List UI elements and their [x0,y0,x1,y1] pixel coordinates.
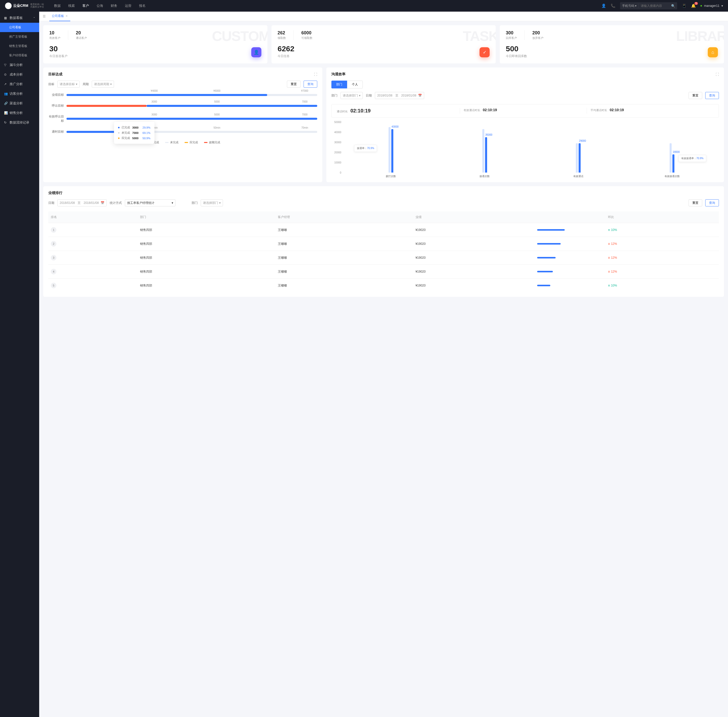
menu-icon: ↗ [4,82,8,86]
sidebar-item[interactable]: 销售主管看板 [0,41,39,51]
stat-icon: ✓ [480,47,489,57]
table-row: 2 销售四部 王嘟嘟 ¥19020 ⬇12% [48,237,719,251]
table-row: 1 销售四部 王嘟嘟 ¥19020 ⬆10% [48,223,719,237]
menu-icon: ↻ [4,121,8,124]
panel-title: 目标达成 [48,72,63,76]
menu-toggle-icon[interactable]: ☰ [43,14,46,18]
top-nav: 数据线索客户公海财务运营报名 [54,3,145,8]
expand-icon[interactable]: ⛶ [314,73,317,76]
logo: ☁ 云朵CRM 教育机构一站 式服务云平台 [5,3,44,9]
sidebar-item[interactable]: 推广主管看板 [0,32,39,41]
date-range[interactable]: 2018/01/08 至 2018/01/08 📅 [57,199,107,206]
query-button[interactable]: 查询 [304,81,317,88]
nav-item[interactable]: 数据 [54,3,61,8]
logo-text: 云朵CRM [13,3,28,8]
chart-tooltip: 已完成300029.9%未完成700069.1%应完成500050.9% [114,122,154,144]
sidebar-item[interactable]: ↗推广分析 [0,79,39,89]
bullet-row: 业绩目标¥4000¥6000¥7000 [48,93,317,97]
chevron-up-icon: ⌃ [33,17,35,20]
seg-person[interactable]: 个人 [347,81,363,88]
search-icon[interactable]: 🔍 [669,4,677,8]
tabs-bar: ☰ 公司看板 ✕ [39,12,728,21]
nav-item[interactable]: 线索 [68,3,75,8]
bullet-row: 有效呼出目标300050007000 [48,114,317,123]
table-row: 5 销售四部 王嘟嘟 ¥19020 ⬆10% [48,279,719,293]
bullet-row: 呼出目标300050007000 [48,104,317,108]
nav-item[interactable]: 运营 [125,3,132,8]
search-input[interactable] [639,4,669,8]
search-group: 手机号码 ▾ 🔍 [620,2,677,9]
sidebar-item[interactable]: 📊销售分析 [0,108,39,118]
expand-icon[interactable]: ⛶ [716,73,719,76]
stat-card: LIBRAR 300回库客户 200放弃客户 500 今日即将回库数 ⌂ [500,25,724,63]
sidebar-item[interactable]: 🔗渠道分析 [0,99,39,108]
panel-ranking: 业绩排行 日期 2018/01/08 至 2018/01/08 📅 统计方式 按… [43,186,724,297]
mobile-icon[interactable]: 📱 [682,3,687,8]
bullet-row: 通时目标30min50min70min [48,130,317,134]
table-row: 4 销售四部 王嘟嘟 ¥19020 ⬇12% [48,265,719,279]
menu-icon: 📊 [4,111,8,115]
sidebar: ▦ 数据看板 ⌃ 公司看板推广主管看板销售主管看板客户经理看板 ▽漏斗分析⊙成本… [0,12,39,717]
query-button[interactable]: 查询 [705,199,719,206]
stat-card: TASK 262领取数 6000可领取数 6262 今日任务 ✓ [271,25,496,63]
date-range[interactable]: 2018/01/08 至 2018/01/08 📅 [375,92,424,99]
main: ☰ 公司看板 ✕ CUSTOM 10有效客户 20通话客户 30 今日首咨客户 … [39,12,728,717]
bell-icon[interactable]: 🔔5 [691,3,696,8]
nav-item[interactable]: 报名 [139,3,145,8]
logo-icon: ☁ [5,3,12,9]
period-select[interactable]: 请选择周期 ▾ [92,81,114,88]
sidebar-group-dashboard[interactable]: ▦ 数据看板 ⌃ [0,13,39,23]
stats-row: CUSTOM 10有效客户 20通话客户 30 今日首咨客户 👤 TASK 26… [43,25,724,63]
menu-icon: 👥 [4,92,8,96]
reset-button[interactable]: 重置 [287,81,301,88]
target-select[interactable]: 请选择目标 ▾ [57,81,80,88]
dashboard-icon: ▦ [4,16,8,20]
query-button[interactable]: 查询 [705,92,719,99]
tab-company-board[interactable]: 公司看板 ✕ [49,12,70,21]
float-label-eff-rate: 有效接通率：70.9% [679,155,706,162]
nav-item[interactable]: 客户 [83,3,89,8]
search-type-select[interactable]: 手机号码 ▾ [620,4,639,8]
chevron-down-icon: ▾ [722,4,723,8]
close-icon[interactable]: ✕ [66,14,68,18]
phone-icon[interactable]: 📞 [611,3,615,8]
stat-card: CUSTOM 10有效客户 20通话客户 30 今日首咨客户 👤 [43,25,268,63]
table-row: 3 销售四部 王嘟嘟 ¥19020 ⬇12% [48,251,719,265]
sidebar-item[interactable]: ▽漏斗分析 [0,60,39,70]
panel-goals: 目标达成 ⛶ 目标 请选择目标 ▾ 周期 请选择周期 ▾ 重置 查询 业 [43,67,322,182]
menu-icon: ⊙ [4,73,8,76]
menu-icon: 🔗 [4,102,8,105]
method-select[interactable]: 按工单客户经理统计▾ [125,199,176,206]
segment-control: 部门 个人 [331,81,719,88]
dept-select[interactable]: 请选择部门 ▾ [201,199,223,206]
nav-item[interactable]: 财务 [111,3,117,8]
nav-item[interactable]: 公海 [96,3,103,8]
ranking-table: 排名部门客户经理业绩环比 1 销售四部 王嘟嘟 ¥19020 ⬆10% 2 销售… [48,212,719,292]
panel-efficiency: 沟通效率 ⛶ 部门 个人 部门 请选择部门 ▾ 日期 2018/0 [326,67,724,182]
reset-button[interactable]: 重置 [688,199,702,206]
sidebar-item[interactable]: ⊙成本分析 [0,70,39,79]
float-label-rate: 接通率：70.9% [354,145,377,152]
metrics-bar: 通话时长02:10:19有效通话时长02:10:19平均通话时长02:10:19 [331,104,719,117]
sidebar-item[interactable]: 👥访客分析 [0,89,39,99]
column-chart: 01000020000300004000050000 43000 拨打次数 35… [331,122,719,178]
panel-title: 沟通效率 [331,72,346,76]
seg-dept[interactable]: 部门 [331,81,347,88]
menu-icon: ▽ [4,63,8,67]
header: ☁ 云朵CRM 教育机构一站 式服务云平台 数据线索客户公海财务运营报名 👤 📞… [0,0,728,12]
dept-select[interactable]: 请选择部门 ▾ [341,92,363,99]
stat-icon: ⌂ [708,47,718,57]
user-icon[interactable]: 👤 [601,3,606,8]
sidebar-item[interactable]: ↻数据流转记录 [0,118,39,127]
sidebar-item[interactable]: 公司看板 [0,23,39,32]
status-dot [700,5,702,6]
panel-title: 业绩排行 [48,191,63,195]
chart-legend: 已完成未完成应完成超额完成 [48,140,317,144]
stat-icon: 👤 [251,47,262,57]
sidebar-item[interactable]: 客户经理看板 [0,51,39,60]
user-menu[interactable]: manager11 ▾ [700,4,723,8]
reset-button[interactable]: 重置 [688,92,702,99]
